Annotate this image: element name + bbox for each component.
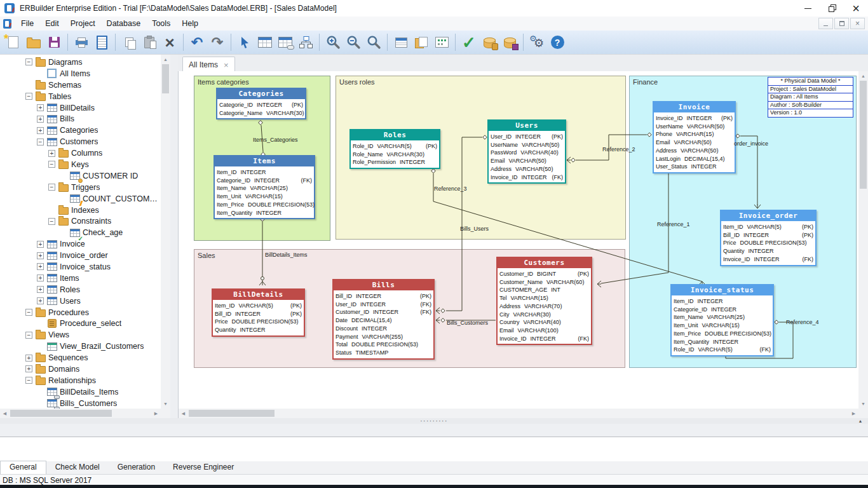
collapse-panel-icon[interactable]: ▲ bbox=[855, 418, 865, 424]
canvas-horizontal-scrollbar[interactable]: ◀ ▶ bbox=[179, 409, 858, 418]
expand-icon[interactable]: + bbox=[48, 150, 55, 157]
entity-users[interactable]: UsersUser_IDINTEGER(PK)UserNameVARCHAR(5… bbox=[487, 119, 566, 184]
save-database-button[interactable] bbox=[499, 32, 520, 52]
tree-item-all-items[interactable]: All Items bbox=[0, 68, 161, 79]
minimize-button[interactable] bbox=[796, 0, 820, 17]
undo-button[interactable] bbox=[187, 32, 207, 52]
collapse-icon[interactable]: − bbox=[25, 377, 32, 384]
relationship-label-reference-4[interactable]: Reference_4 bbox=[786, 319, 819, 325]
menu-item-file[interactable]: File bbox=[15, 17, 39, 30]
relationship-label-reference-3[interactable]: Reference_3 bbox=[434, 186, 467, 192]
tree-item-items[interactable]: +Items bbox=[0, 273, 161, 284]
expand-icon[interactable]: + bbox=[37, 263, 44, 270]
splitter-grip-icon[interactable]: ········· bbox=[420, 420, 447, 423]
relationship-label-reference-2[interactable]: Reference_2 bbox=[602, 146, 635, 152]
mdi-close-button[interactable] bbox=[850, 18, 865, 29]
menu-item-help[interactable]: Help bbox=[176, 17, 204, 30]
expand-icon[interactable]: + bbox=[25, 355, 32, 362]
expand-icon[interactable]: + bbox=[37, 116, 44, 123]
expand-icon[interactable]: + bbox=[37, 127, 44, 134]
scroll-up-icon[interactable]: ▲ bbox=[858, 71, 868, 81]
entity-invoice-status[interactable]: Invoice_statusItem_IDINTEGERCategorie_ID… bbox=[670, 284, 774, 356]
mdi-minimize-button[interactable] bbox=[818, 18, 833, 29]
relationship-label-billdetails-items[interactable]: BillDetails_Items bbox=[265, 252, 308, 258]
scroll-right-icon[interactable]: ▶ bbox=[849, 409, 858, 418]
collapse-icon[interactable]: − bbox=[48, 161, 55, 168]
model-hierarchy-button[interactable] bbox=[295, 32, 316, 52]
entity-categories[interactable]: CategoriesCategorie_IDINTEGER(PK)Categor… bbox=[216, 88, 306, 119]
collapse-icon[interactable]: − bbox=[25, 332, 32, 339]
relationship-label-bills-customers[interactable]: Bills_Customers bbox=[447, 320, 488, 326]
entity-billdetails[interactable]: BillDetailsItem_IDVARCHAR(5)(PK)Bill_IDI… bbox=[212, 288, 305, 337]
expand-icon[interactable]: + bbox=[37, 252, 44, 259]
collapse-icon[interactable]: − bbox=[25, 93, 32, 100]
help-button[interactable] bbox=[547, 32, 567, 52]
tree-item-diagrams[interactable]: −Diagrams bbox=[0, 57, 161, 68]
print-button[interactable] bbox=[71, 32, 92, 52]
scrollbar-thumb[interactable] bbox=[860, 81, 867, 189]
diagram-surface[interactable]: Items categoriesUsers rolesSalesFinance bbox=[179, 71, 858, 409]
entity-items[interactable]: ItemsItem_IDINTEGERCategorie_IDINTEGER(F… bbox=[214, 155, 315, 219]
expand-icon[interactable]: + bbox=[25, 365, 32, 372]
collapse-icon[interactable]: − bbox=[25, 58, 32, 65]
collapse-icon[interactable]: − bbox=[37, 139, 44, 146]
tree-item-relationships[interactable]: −Relationships bbox=[0, 375, 161, 386]
copy-button[interactable] bbox=[119, 32, 139, 52]
zoom-out-button[interactable] bbox=[343, 32, 363, 52]
scroll-right-icon[interactable]: ▶ bbox=[151, 409, 161, 418]
entity-bills[interactable]: BillsBill_IDINTEGER(PK)User_IDINTEGER(FK… bbox=[332, 279, 435, 360]
tree-vertical-scrollbar[interactable]: ▲ ▼ bbox=[161, 55, 170, 409]
check-model-button[interactable] bbox=[459, 32, 479, 52]
entity-invoice[interactable]: InvoiceInvoice_IDINTEGER(PK)UserNameVARC… bbox=[653, 101, 736, 173]
collapse-icon[interactable]: − bbox=[25, 309, 32, 316]
tree-item-constraints[interactable]: −Constraints bbox=[0, 215, 161, 227]
expand-icon[interactable]: + bbox=[37, 297, 44, 304]
scrollbar-thumb[interactable] bbox=[162, 64, 169, 93]
tree-item-procedure-select[interactable]: Procedure_select bbox=[0, 318, 161, 329]
panel-splitter[interactable] bbox=[170, 54, 178, 418]
tree-item-sequences[interactable]: +Sequences bbox=[0, 352, 161, 363]
expand-icon[interactable]: + bbox=[37, 286, 44, 293]
relationship-label-order-invoice[interactable]: order_invoice bbox=[734, 140, 768, 147]
relationship-label-reference-1[interactable]: Reference_1 bbox=[657, 221, 690, 227]
expand-icon[interactable]: + bbox=[37, 241, 44, 248]
table-relationship-button[interactable] bbox=[275, 32, 295, 52]
tree-item-invoice-status[interactable]: +Invoice_status bbox=[0, 261, 161, 273]
tree-item-views[interactable]: −Views bbox=[0, 329, 161, 341]
collapse-icon[interactable]: − bbox=[48, 184, 55, 191]
tab-reverse-engineer[interactable]: Reverse Engineer bbox=[164, 461, 243, 474]
tree-horizontal-scrollbar[interactable]: ◀ ▶ bbox=[0, 409, 161, 418]
scroll-down-icon[interactable]: ▼ bbox=[161, 399, 170, 409]
tree-item-invoice-order[interactable]: +Invoice_order bbox=[0, 250, 161, 261]
menu-item-tools[interactable]: Tools bbox=[146, 17, 176, 30]
entity-invoice-order[interactable]: Invoice_orderItem_IDVARCHAR(5)(PK)Bill_I… bbox=[720, 210, 817, 266]
scroll-up-icon[interactable]: ▲ bbox=[161, 55, 170, 64]
expand-icon[interactable]: + bbox=[37, 274, 44, 281]
tree-item-billdetails[interactable]: +BillDetails bbox=[0, 102, 161, 114]
delete-button[interactable] bbox=[159, 32, 180, 52]
save-button[interactable] bbox=[44, 32, 64, 52]
model-info-box[interactable]: * Physical Data Model *Project : Sales D… bbox=[768, 77, 853, 118]
tree-item-procedures[interactable]: −Procedures bbox=[0, 307, 161, 318]
settings-button[interactable] bbox=[527, 32, 547, 52]
generate-database-button[interactable] bbox=[479, 32, 499, 52]
tree-item-billdetails-items[interactable]: BillDetails_Items bbox=[0, 386, 161, 398]
tree-item-customers[interactable]: −Customers bbox=[0, 136, 161, 147]
select-cursor-button[interactable] bbox=[234, 32, 255, 52]
tab-check-model[interactable]: Check Model bbox=[46, 461, 109, 474]
scroll-left-icon[interactable]: ◀ bbox=[0, 409, 10, 418]
tree-item-count-customers[interactable]: COUNT_CUSTOMERS bbox=[0, 193, 161, 205]
entity-roles[interactable]: RolesRole_IDVARCHAR(5)(PK)Role_NameVARCH… bbox=[349, 129, 440, 169]
tree-item-customer-id[interactable]: CUSTOMER ID bbox=[0, 170, 161, 182]
zoom-button[interactable] bbox=[363, 32, 384, 52]
tree-item-view-brazil-customers[interactable]: View_Brazil_Customers bbox=[0, 341, 161, 352]
tree-item-roles[interactable]: +Roles bbox=[0, 284, 161, 295]
tree-item-domains[interactable]: +Domains bbox=[0, 363, 161, 375]
mdi-restore-button[interactable] bbox=[834, 18, 849, 29]
tree-item-categories[interactable]: +Categories bbox=[0, 125, 161, 136]
menu-item-database[interactable]: Database bbox=[101, 17, 147, 30]
report-button[interactable] bbox=[411, 32, 431, 52]
tab-general[interactable]: General bbox=[0, 461, 46, 475]
entity-customers[interactable]: CustomersCustomer_IDBIGINT(PK)Customer_N… bbox=[496, 257, 592, 345]
paste-button[interactable] bbox=[139, 32, 159, 52]
